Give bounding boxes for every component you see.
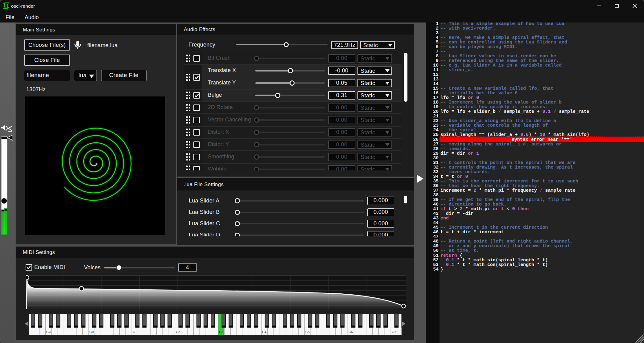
svg-text:C1: C1: [133, 330, 137, 334]
svg-text:C-1: C-1: [46, 330, 52, 334]
svg-text:C4: C4: [262, 330, 266, 334]
svg-text:C0: C0: [89, 330, 94, 334]
svg-text:C2: C2: [176, 330, 180, 334]
svg-text:C6: C6: [349, 330, 353, 334]
svg-text:C3: C3: [219, 330, 223, 334]
svg-text:C7: C7: [392, 330, 396, 334]
svg-text:C5: C5: [305, 330, 310, 334]
